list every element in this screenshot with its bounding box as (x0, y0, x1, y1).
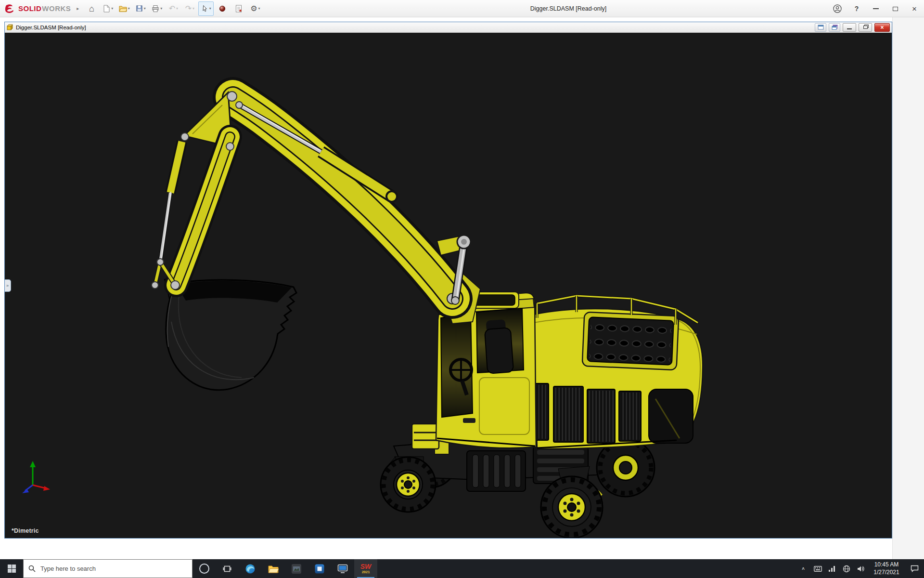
account-button[interactable] (833, 3, 842, 14)
search-icon (28, 565, 36, 572)
open-button[interactable]: ▾ (116, 1, 132, 16)
solidworks-taskbar-button[interactable]: SW 2021 (354, 559, 377, 578)
boom (233, 97, 452, 299)
app-window-title: Digger.SLDASM [Read-only] (530, 0, 606, 17)
window-thumbnail-icon (818, 25, 824, 30)
graphics-viewport[interactable]: *Dimetric » (5, 33, 892, 538)
doc-close-button[interactable]: × (874, 23, 890, 32)
save-button[interactable]: ▾ (133, 1, 148, 16)
doc-preview-button-1[interactable] (815, 23, 826, 32)
orientation-triad (17, 457, 56, 496)
document-window: Digger.SLDASM [Read-only] × (4, 22, 892, 539)
search-placeholder: Type here to search (40, 565, 96, 572)
file-explorer-button[interactable] (262, 559, 285, 578)
home-icon: ⌂ (89, 4, 94, 13)
bucket-cylinder (160, 142, 182, 262)
document-title: Digger.SLDASM [Read-only] (16, 25, 86, 30)
undo-button[interactable]: ↶ ▾ (166, 1, 181, 16)
photos-app-button[interactable] (285, 559, 308, 578)
save-dropdown-icon[interactable]: ▾ (144, 6, 146, 11)
cortana-icon (199, 564, 209, 574)
cascade-windows-icon (832, 25, 838, 30)
solidworks-app-icon: SW 2021 (360, 563, 372, 574)
help-button[interactable]: ? (852, 3, 861, 14)
speaker-icon (857, 565, 865, 572)
account-person-icon (833, 4, 842, 13)
redo-button[interactable]: ↷ ▾ (182, 1, 197, 16)
edge-button[interactable] (239, 559, 262, 578)
maximize-button[interactable] (890, 3, 900, 14)
file-properties-button[interactable] (231, 1, 246, 16)
doc-restore-button[interactable] (859, 23, 872, 32)
notification-icon (911, 565, 919, 572)
options-dropdown-icon[interactable]: ▾ (258, 6, 260, 11)
display-app-button[interactable] (331, 559, 354, 578)
wheel-front-left (381, 457, 436, 512)
home-button[interactable]: ⌂ (84, 1, 99, 16)
touch-keyboard-icon (814, 566, 822, 572)
close-button[interactable]: × (910, 3, 919, 14)
appearance-bead-icon (219, 5, 226, 12)
options-button[interactable]: ⚙ ▾ (247, 1, 263, 16)
document-titlebar[interactable]: Digger.SLDASM [Read-only] × (5, 22, 892, 33)
taskbar-search[interactable]: Type here to search (23, 559, 192, 578)
select-dropdown-icon[interactable]: ▾ (209, 6, 211, 11)
tray-network-button[interactable] (825, 559, 839, 578)
feature-tree-flyout[interactable]: » (5, 279, 11, 292)
cortana-button[interactable] (192, 559, 216, 578)
menu-expand-arrow-icon[interactable]: ▸ (77, 6, 79, 11)
stick (176, 137, 230, 285)
tray-show-hidden-button[interactable]: ∧ (796, 559, 810, 578)
new-document-button[interactable]: ▾ (100, 1, 116, 16)
tray-volume-button[interactable] (854, 559, 868, 578)
undo-dropdown-icon[interactable]: ▾ (176, 6, 178, 11)
blue-app-icon (314, 564, 325, 574)
tray-touch-keyboard-button[interactable] (810, 559, 825, 578)
redo-dropdown-icon[interactable]: ▾ (192, 6, 194, 11)
gear-icon: ⚙ (250, 5, 257, 13)
flyout-arrow-icon: » (6, 283, 9, 288)
open-dropdown-icon[interactable]: ▾ (128, 6, 130, 11)
edge-icon (245, 564, 256, 574)
doc-minimize-button[interactable] (843, 23, 856, 32)
undo-icon: ↶ (169, 5, 175, 13)
photos-app-icon (291, 564, 302, 574)
windows-taskbar: Type here to search (0, 559, 924, 578)
close-icon: × (912, 5, 917, 13)
select-tool-button[interactable]: ▾ (198, 1, 214, 16)
doc-preview-button-2[interactable] (829, 23, 840, 32)
start-button[interactable] (0, 559, 23, 578)
file-explorer-icon (268, 565, 279, 573)
help-icon: ? (855, 5, 859, 13)
new-dropdown-icon[interactable]: ▾ (111, 6, 113, 11)
clock-time: 10:45 AM (874, 561, 899, 569)
document-window-buttons: × (815, 23, 890, 32)
system-tray: ∧ (796, 559, 924, 578)
quick-access-toolbar: ⌂ ▾ ▾ ▾ ▾ ↶ ▾ (84, 1, 263, 16)
task-view-button[interactable] (216, 559, 239, 578)
stick-cylinder (236, 102, 398, 203)
print-dropdown-icon[interactable]: ▾ (160, 6, 162, 11)
print-button[interactable]: ▾ (149, 1, 165, 16)
minimize-button[interactable] (871, 3, 881, 14)
solidworks-app-letters: SW (360, 563, 372, 570)
engine-hatch (582, 312, 679, 370)
app-titlebar: SOLID WORKS ▸ ⌂ ▾ ▾ ▾ (0, 0, 924, 17)
doc-restore-icon (863, 26, 868, 29)
monitor-app-icon (337, 564, 348, 574)
appearance-button[interactable] (215, 1, 230, 16)
redo-icon: ↷ (185, 5, 192, 13)
solidworks-app-year: 2021 (362, 570, 370, 574)
maximize-icon (893, 7, 898, 11)
windshield (441, 313, 473, 417)
tray-globe-button[interactable] (839, 559, 854, 578)
taskbar-clock[interactable]: 10:45 AM 1/27/2021 (868, 559, 905, 578)
file-properties-icon (235, 5, 242, 13)
action-center-button[interactable] (905, 559, 924, 578)
task-view-icon (223, 565, 231, 573)
app-button-blue[interactable] (308, 559, 331, 578)
solidworks-logo-icon (5, 4, 16, 13)
machine-body (516, 296, 703, 449)
solidworks-brand: SOLID WORKS (5, 4, 71, 13)
windows-logo-icon (8, 565, 16, 573)
